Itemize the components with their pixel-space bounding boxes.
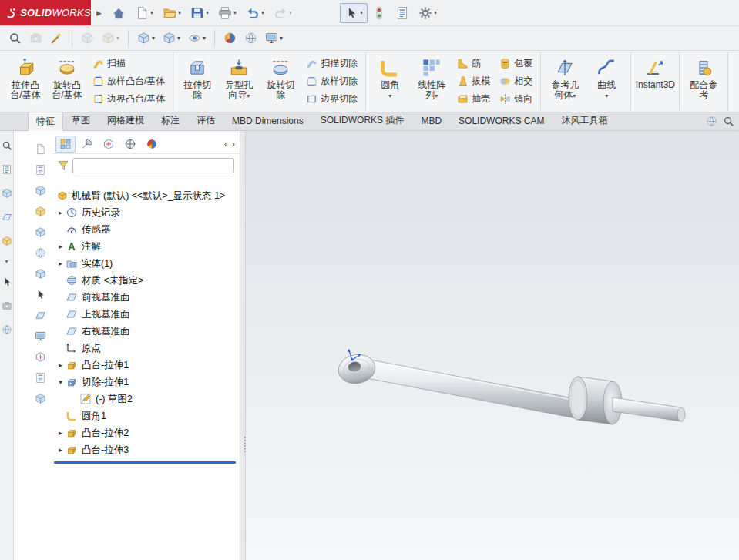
- side-toolbar-button-5[interactable]: [32, 246, 49, 260]
- options-button[interactable]: ▾: [414, 3, 442, 23]
- left-toolbar-button-8[interactable]: [0, 323, 15, 337]
- tab-mbd[interactable]: MBD: [412, 112, 450, 129]
- save-button[interactable]: ▾: [186, 3, 213, 23]
- tree-item-fillet1[interactable]: 圆角1: [52, 407, 240, 424]
- side-toolbar-button-4[interactable]: [32, 225, 49, 239]
- side-toolbar-button-6[interactable]: [32, 267, 49, 280]
- side-toolbar-button-3[interactable]: [32, 204, 49, 218]
- expand-arrow[interactable]: ▸: [55, 243, 66, 250]
- mirror-button[interactable]: 镜向: [496, 91, 536, 108]
- extruded-cut-button[interactable]: 拉伸切除: [176, 53, 218, 109]
- swept-cut-button[interactable]: 扫描切除: [303, 55, 361, 72]
- reference-geometry-button[interactable]: 参考几何体▾: [544, 53, 586, 109]
- print-button[interactable]: ▾: [213, 3, 241, 23]
- strip-dropdown-arrow[interactable]: ▾: [5, 258, 8, 265]
- expand-arrow[interactable]: ▸: [55, 446, 66, 454]
- instant3d-button[interactable]: Instant3D: [634, 53, 676, 109]
- shell-button[interactable]: 抽壳: [454, 91, 493, 108]
- rebuild-button[interactable]: [368, 3, 391, 23]
- side-toolbar-button-8[interactable]: [32, 308, 49, 322]
- tab-features[interactable]: 特征: [28, 112, 63, 131]
- boundary-boss-button[interactable]: 边界凸台/基体: [89, 91, 168, 108]
- redo-button[interactable]: ▾: [269, 3, 297, 23]
- side-toolbar-button-7[interactable]: [32, 287, 49, 301]
- display-style-button[interactable]: ▾: [160, 29, 183, 47]
- edit-appearance-button[interactable]: [47, 29, 66, 47]
- view-settings-button[interactable]: ▾: [262, 29, 286, 47]
- mate-reference-button[interactable]: 配合参考: [683, 53, 724, 109]
- select-button[interactable]: ▾: [340, 3, 368, 23]
- panel-splitter[interactable]: ⋮⋮: [240, 131, 246, 560]
- tree-item-sensors-folder[interactable]: 传感器: [52, 221, 240, 238]
- curves-button[interactable]: 曲线▾: [586, 53, 627, 109]
- view-orientation-button[interactable]: [5, 29, 25, 47]
- hide-show-items-button[interactable]: ▾: [185, 29, 209, 47]
- featuremanager-tab[interactable]: [55, 136, 76, 153]
- assembly-tool-2-button[interactable]: ▾: [99, 29, 123, 47]
- tab-evaluate[interactable]: 评估: [188, 111, 223, 130]
- expand-arrow[interactable]: ▸: [55, 429, 66, 437]
- rib-button[interactable]: 筋: [454, 55, 493, 72]
- left-toolbar-button-0[interactable]: [0, 139, 15, 153]
- command-search-button[interactable]: [722, 115, 735, 128]
- expand-arrow[interactable]: ▸: [55, 361, 66, 369]
- filter-input[interactable]: [72, 158, 234, 173]
- boundary-cut-button[interactable]: 边界切除: [303, 91, 361, 108]
- expand-arrow[interactable]: ▾: [55, 378, 66, 386]
- left-toolbar-button-4[interactable]: [0, 234, 15, 248]
- tree-item-front-plane[interactable]: 前视基准面: [52, 289, 240, 306]
- tree-item-cut-extrude1[interactable]: ▾切除-拉伸1: [52, 374, 240, 391]
- side-toolbar-button-0[interactable]: [32, 142, 49, 156]
- tree-item-sketch2[interactable]: (-) 草图2: [52, 391, 240, 407]
- menu-expand-arrow[interactable]: ▶: [96, 9, 102, 17]
- tab-solidworks-addins[interactable]: SOLIDWORKS 插件: [312, 111, 413, 130]
- side-toolbar-button-2[interactable]: [32, 183, 49, 197]
- configurationmanager-tab[interactable]: [99, 136, 119, 153]
- left-toolbar-button-1[interactable]: [0, 163, 15, 176]
- tree-item-solid-bodies-folder[interactable]: ▸实体(1): [52, 255, 240, 272]
- splitter-grip-icon[interactable]: ⋮⋮: [240, 436, 245, 453]
- tab-annotation[interactable]: 标注: [153, 111, 188, 130]
- tab-sketch[interactable]: 草图: [63, 111, 99, 130]
- assembly-tool-1-button[interactable]: [78, 29, 97, 47]
- file-properties-button[interactable]: [391, 3, 414, 23]
- tab-mufeng-toolbox[interactable]: 沐风工具箱: [553, 111, 616, 130]
- swept-boss-button[interactable]: 扫描: [89, 55, 168, 72]
- intersect-button[interactable]: 相交: [496, 73, 536, 90]
- section-view-button[interactable]: ▾: [134, 29, 158, 47]
- realview-button[interactable]: [241, 29, 260, 47]
- tree-item-history-folder[interactable]: ▸历史记录: [52, 204, 240, 221]
- dimxpertmanager-tab[interactable]: [120, 136, 140, 153]
- tree-item-material[interactable]: 材质 <未指定>: [52, 272, 240, 289]
- left-toolbar-button-2[interactable]: [0, 186, 15, 200]
- tree-item-annotations-folder[interactable]: ▸注解: [52, 238, 240, 255]
- extruded-boss-button[interactable]: 拉伸凸台/基体: [5, 53, 46, 109]
- snapshot-button[interactable]: [26, 29, 45, 47]
- apply-scene-button[interactable]: [220, 29, 240, 47]
- undo-button[interactable]: ▾: [241, 3, 269, 23]
- tab-solidworks-cam[interactable]: SOLIDWORKS CAM: [450, 112, 553, 129]
- fillet-button[interactable]: 圆角▾: [369, 53, 411, 109]
- rollback-bar[interactable]: [54, 461, 236, 464]
- draft-button[interactable]: 拔模: [454, 73, 493, 90]
- open-button[interactable]: ▾: [158, 3, 186, 23]
- tree-item-boss-extrude1[interactable]: ▸凸台-拉伸1: [52, 357, 240, 374]
- tree-item-boss-extrude3[interactable]: ▸凸台-拉伸3: [52, 441, 240, 458]
- displaymanager-tab[interactable]: [142, 136, 162, 153]
- revolved-boss-button[interactable]: 旋转凸台/基体: [46, 53, 88, 109]
- model-small-shaft[interactable]: [613, 397, 685, 421]
- wrap-button[interactable]: 包覆: [496, 55, 536, 72]
- filter-funnel-icon[interactable]: [57, 159, 69, 172]
- hole-wizard-button[interactable]: 异型孔向导▾: [218, 53, 260, 109]
- propertymanager-tab[interactable]: [77, 136, 97, 153]
- panel-tabs-next-arrow[interactable]: ›: [232, 139, 235, 149]
- side-toolbar-button-10[interactable]: [32, 350, 49, 364]
- side-toolbar-button-1[interactable]: [32, 163, 49, 176]
- tab-mbd-dimensions[interactable]: MBD Dimensions: [223, 112, 312, 129]
- expand-arrow[interactable]: ▸: [55, 260, 66, 267]
- tree-item-top-plane[interactable]: 上视基准面: [52, 306, 240, 323]
- lofted-cut-button[interactable]: 放样切除: [303, 73, 361, 90]
- left-toolbar-button-6[interactable]: [0, 275, 15, 289]
- linear-pattern-button[interactable]: 线性阵列▾: [411, 53, 452, 109]
- graphics-area[interactable]: [246, 131, 739, 560]
